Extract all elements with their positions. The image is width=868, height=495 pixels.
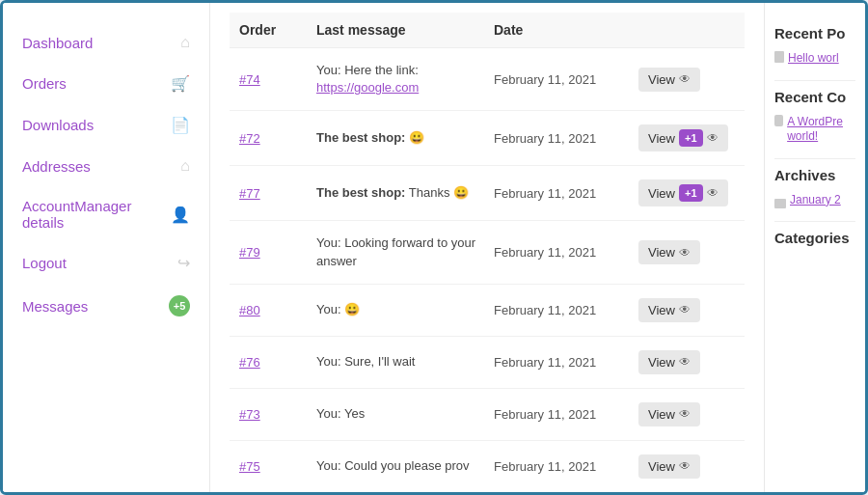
- order-link-73[interactable]: #73: [239, 407, 316, 422]
- message-cell-72: The best shop: 😀: [316, 129, 494, 147]
- action-cell-73: View 👁: [638, 402, 735, 426]
- date-cell-77: February 11, 2021: [494, 186, 638, 201]
- message-cell-75: You: Could you please prov: [316, 457, 494, 475]
- order-link-75[interactable]: #75: [239, 459, 316, 474]
- sidebar: Dashboard ⌂ Orders 🛒 Downloads 📄 Address…: [3, 3, 210, 492]
- sidebar-item-orders[interactable]: Orders 🛒: [3, 63, 209, 104]
- eye-icon-74: 👁: [679, 72, 691, 86]
- sidebar-item-addresses[interactable]: Addresses ⌂: [3, 146, 209, 186]
- col-header-order: Order: [239, 22, 316, 38]
- divider-2: [774, 158, 855, 159]
- plus-badge-77: +1: [679, 184, 703, 202]
- view-button-77[interactable]: View +1 👁: [638, 179, 728, 206]
- date-cell-80: February 11, 2021: [494, 303, 638, 317]
- sidebar-item-downloads[interactable]: Downloads 📄: [3, 104, 209, 146]
- browser-frame: Dashboard ⌂ Orders 🛒 Downloads 📄 Address…: [0, 0, 868, 495]
- view-label-75: View: [648, 459, 675, 474]
- messages-badge: +5: [169, 295, 190, 316]
- sidebar-label-dashboard: Dashboard: [22, 35, 175, 51]
- view-button-73[interactable]: View 👁: [638, 402, 700, 426]
- logout-icon: ↪: [177, 254, 190, 272]
- eye-icon-80: 👁: [679, 303, 691, 316]
- message-cell-77: The best shop: Thanks 😀: [316, 184, 494, 202]
- date-cell-76: February 11, 2021: [494, 355, 638, 370]
- view-button-72[interactable]: View +1 👁: [638, 124, 728, 151]
- view-button-80[interactable]: View 👁: [638, 298, 700, 322]
- message-cell-79: You: Looking forward to your answer: [316, 234, 494, 269]
- message-cell-80: You: 😀: [316, 301, 494, 318]
- action-cell-80: View 👁: [638, 298, 735, 322]
- recent-comment-link-0[interactable]: A WordPre world!: [787, 115, 855, 145]
- archive-link-0[interactable]: January 2: [790, 193, 841, 208]
- message-bold-72: The best shop:: [316, 130, 405, 145]
- addresses-icon: ⌂: [180, 157, 190, 175]
- date-cell-74: February 11, 2021: [494, 72, 638, 87]
- divider-1: [774, 80, 855, 81]
- archives-title: Archives: [774, 167, 855, 183]
- order-link-79[interactable]: #79: [239, 245, 316, 260]
- order-link-80[interactable]: #80: [239, 303, 316, 317]
- view-button-74[interactable]: View 👁: [638, 68, 700, 92]
- recent-comments-title: Recent Co: [774, 89, 855, 105]
- eye-icon-75: 👁: [679, 459, 691, 473]
- eye-icon-77: 👁: [707, 186, 719, 200]
- doc-icon: [774, 51, 784, 63]
- downloads-icon: 📄: [171, 116, 190, 134]
- order-link-77[interactable]: #77: [239, 186, 316, 201]
- view-label-72: View: [648, 131, 675, 146]
- table-row: #72 The best shop: 😀 February 11, 2021 V…: [230, 111, 745, 166]
- view-button-79[interactable]: View 👁: [638, 240, 700, 264]
- right-sidebar: Recent Po Hello worl Recent Co A WordPre…: [764, 3, 865, 492]
- comment-icon: [774, 115, 783, 126]
- order-link-76[interactable]: #76: [239, 355, 316, 370]
- view-label-79: View: [648, 245, 675, 260]
- view-button-76[interactable]: View 👁: [638, 350, 700, 374]
- date-cell-72: February 11, 2021: [494, 131, 638, 146]
- table-row: #77 The best shop: Thanks 😀 February 11,…: [230, 166, 745, 221]
- dashboard-icon: ⌂: [180, 34, 190, 51]
- eye-icon-72: 👁: [707, 131, 719, 145]
- date-cell-73: February 11, 2021: [494, 407, 638, 422]
- sidebar-item-logout[interactable]: Logout ↪: [3, 242, 209, 284]
- col-header-message: Last message: [316, 22, 494, 38]
- recent-posts-title: Recent Po: [774, 25, 855, 41]
- sidebar-item-messages[interactable]: Messages +5: [3, 284, 209, 328]
- order-link-72[interactable]: #72: [239, 131, 316, 146]
- orders-icon: 🛒: [171, 74, 190, 93]
- order-link-74[interactable]: #74: [239, 72, 316, 87]
- sidebar-item-dashboard[interactable]: Dashboard ⌂: [3, 22, 209, 63]
- view-button-75[interactable]: View 👁: [638, 454, 700, 479]
- recent-post-link-0[interactable]: Hello worl: [788, 51, 839, 67]
- folder-icon: [774, 199, 786, 208]
- action-cell-77: View +1 👁: [638, 179, 735, 206]
- sidebar-label-logout: Logout: [22, 255, 172, 271]
- table-row: #79 You: Looking forward to your answer …: [230, 221, 745, 284]
- view-label-74: View: [648, 72, 675, 87]
- message-bold-77: The best shop:: [316, 185, 405, 200]
- sidebar-label-account-manager: AccountManager details: [22, 198, 165, 231]
- divider-3: [774, 221, 855, 222]
- view-label-77: View: [648, 186, 675, 201]
- main-content: Order Last message Date #74 You: Here th…: [210, 3, 764, 492]
- table-row: #74 You: Here the link: https://google.c…: [230, 48, 745, 111]
- sidebar-label-addresses: Addresses: [22, 158, 175, 175]
- eye-icon-73: 👁: [679, 407, 691, 421]
- table-row: #76 You: Sure, I'll wait February 11, 20…: [230, 337, 745, 389]
- action-cell-72: View +1 👁: [638, 124, 735, 151]
- col-header-action: [638, 22, 735, 38]
- sidebar-label-messages: Messages: [22, 298, 161, 315]
- categories-title: Categories: [774, 230, 855, 246]
- sidebar-item-account-manager[interactable]: AccountManager details 👤: [3, 186, 209, 242]
- action-cell-79: View 👁: [638, 240, 735, 264]
- view-label-73: View: [648, 407, 675, 422]
- table-row: #73 You: Yes February 11, 2021 View 👁: [230, 389, 745, 441]
- eye-icon-76: 👁: [679, 355, 691, 369]
- message-link-74[interactable]: https://google.com: [316, 80, 419, 95]
- message-cell-74: You: Here the link: https://google.com: [316, 62, 494, 96]
- view-label-80: View: [648, 303, 675, 317]
- action-cell-74: View 👁: [638, 68, 735, 92]
- sidebar-label-downloads: Downloads: [22, 117, 165, 133]
- date-cell-75: February 11, 2021: [494, 459, 638, 474]
- account-icon: 👤: [171, 206, 190, 224]
- eye-icon-79: 👁: [679, 246, 691, 260]
